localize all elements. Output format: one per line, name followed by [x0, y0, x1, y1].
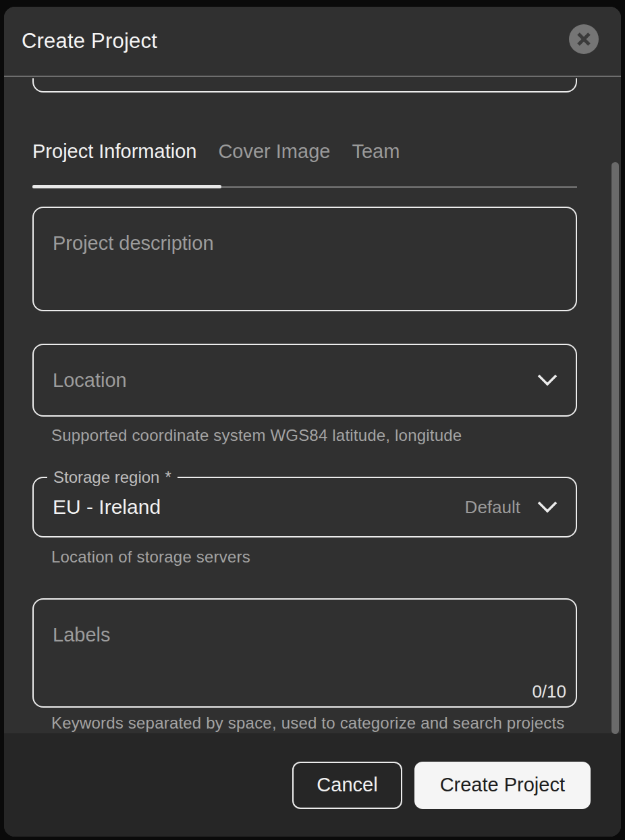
storage-region-default-badge: Default: [465, 497, 520, 518]
project-description-input[interactable]: Project description: [32, 207, 577, 311]
tab-project-information[interactable]: Project Information: [32, 140, 196, 163]
chevron-down-icon: [537, 373, 558, 387]
close-button[interactable]: [569, 24, 599, 54]
cancel-button[interactable]: Cancel: [292, 762, 402, 809]
required-asterisk: *: [165, 468, 171, 486]
location-helper-text: Supported coordinate system WGS84 latitu…: [51, 426, 462, 445]
tab-bar: Project Information Cover Image Team: [32, 140, 400, 163]
close-icon: [576, 31, 592, 47]
tab-team[interactable]: Team: [352, 140, 400, 163]
create-project-dialog: Create Project Project Information Cover…: [4, 7, 621, 837]
project-description-placeholder: Project description: [53, 232, 214, 255]
chevron-down-icon: [537, 500, 558, 514]
tab-cover-image[interactable]: Cover Image: [218, 140, 330, 163]
storage-region-helper-text: Location of storage servers: [51, 548, 250, 567]
labels-placeholder: Labels: [53, 624, 110, 646]
labels-char-counter: 0/10: [532, 681, 566, 702]
storage-region-value: EU - Ireland: [53, 496, 161, 519]
dialog-header: Create Project: [4, 7, 621, 77]
vertical-scrollbar-thumb[interactable]: [612, 162, 619, 734]
storage-region-label: Storage region*: [47, 468, 178, 487]
dialog-scroll-area: Project Information Cover Image Team Pro…: [4, 78, 621, 733]
labels-helper-text: Keywords separated by space, used to cat…: [51, 714, 565, 733]
project-name-field-partial[interactable]: [32, 78, 577, 93]
location-select[interactable]: Location: [32, 344, 577, 417]
labels-input[interactable]: Labels 0/10: [32, 598, 577, 708]
dialog-footer: Cancel Create Project: [4, 733, 621, 837]
active-tab-indicator: [32, 185, 221, 188]
storage-region-select[interactable]: Storage region* EU - Ireland Default: [32, 477, 577, 537]
create-project-button[interactable]: Create Project: [414, 762, 591, 809]
dialog-title: Create Project: [22, 29, 157, 53]
screen: Create Project Project Information Cover…: [0, 0, 625, 840]
location-placeholder: Location: [53, 369, 127, 392]
